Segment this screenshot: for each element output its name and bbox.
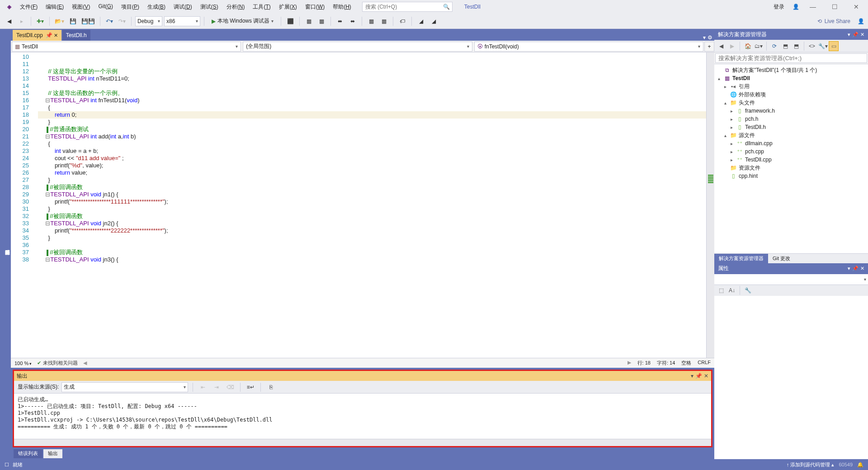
tree-dllmain.cpp[interactable]: ▸⁺⁺dllmain.cpp bbox=[714, 139, 868, 147]
menu-分析[interactable]: 分析(N) bbox=[223, 1, 249, 13]
menu-文件[interactable]: 文件(F) bbox=[16, 1, 41, 13]
zoom-combo[interactable]: 100 % bbox=[14, 361, 32, 366]
menu-工具[interactable]: 工具(T) bbox=[249, 1, 274, 13]
breadcrumb-scope[interactable]: (全局范围) bbox=[243, 42, 472, 52]
prop-close-icon[interactable]: ✕ bbox=[860, 266, 864, 271]
tree-framework.h[interactable]: ▸▯framework.h bbox=[714, 107, 868, 115]
tree-资源文件[interactable]: 📁资源文件 bbox=[714, 164, 868, 172]
toolbar-btn-8[interactable]: 🏷 bbox=[397, 16, 408, 27]
code-editor[interactable]: 1011121314151617181920212223242526272829… bbox=[11, 52, 714, 358]
output-dropdown-icon[interactable]: ▾ bbox=[691, 373, 693, 379]
maximize-button[interactable]: ☐ bbox=[826, 1, 843, 12]
tree-pch.cpp[interactable]: ▸⁺⁺pch.cpp bbox=[714, 147, 868, 156]
tab-overflow-icon[interactable]: ▾ bbox=[703, 34, 706, 41]
tab-git-changes[interactable]: Git 更改 bbox=[768, 254, 795, 263]
toolbar-btn-3[interactable]: ▦ bbox=[316, 16, 327, 27]
output-goto-next[interactable]: ⇥ bbox=[211, 382, 222, 393]
se-code-icon[interactable]: <> bbox=[807, 41, 817, 51]
tree-头文件[interactable]: ▴📁头文件 bbox=[714, 99, 868, 107]
solution-tree[interactable]: ⧉解决方案"TestDll"(1 个项目/共 1 个)▴▦TestDll▸▪◂引… bbox=[714, 64, 868, 253]
properties-combo[interactable] bbox=[714, 274, 868, 285]
notifications-icon[interactable]: 🔔 bbox=[857, 462, 863, 468]
tab-error-list[interactable]: 错误列表 bbox=[14, 449, 42, 458]
search-input[interactable] bbox=[365, 4, 443, 10]
output-body[interactable]: 已启动生成… 1>------ 已启动生成: 项目: TestDll, 配置: … bbox=[14, 394, 711, 439]
prop-pin-icon[interactable]: 📌 bbox=[852, 266, 859, 271]
close-button[interactable]: ✕ bbox=[848, 1, 864, 12]
toolbar-btn-6[interactable]: ▦ bbox=[366, 16, 377, 27]
editor-scrollbar[interactable] bbox=[706, 52, 714, 358]
toolbar-btn-5[interactable]: ⬌ bbox=[347, 16, 358, 27]
save-all-button[interactable]: 💾💾 bbox=[80, 16, 96, 27]
menu-项目[interactable]: 项目(P) bbox=[118, 1, 143, 13]
tree-外部依赖项[interactable]: 🌐外部依赖项 bbox=[714, 90, 868, 99]
tab-output[interactable]: 输出 bbox=[43, 449, 62, 458]
tree-TestDll.h[interactable]: ▸▯TestDll.h bbox=[714, 123, 868, 131]
prop-dropdown-icon[interactable]: ▾ bbox=[848, 266, 850, 271]
tree-cpp.hint[interactable]: ▯cpp.hint bbox=[714, 172, 868, 180]
prop-categorized-icon[interactable]: ⬚ bbox=[716, 285, 726, 295]
toolbar-btn-1[interactable]: ⬛ bbox=[285, 16, 296, 27]
minimize-button[interactable]: — bbox=[805, 1, 821, 12]
menu-Git[interactable]: Git(G) bbox=[94, 1, 117, 13]
breadcrumb-project[interactable]: ▦ TestDll bbox=[12, 42, 241, 52]
code-area[interactable]: // 这是导出变量的一个示例 TESTDLL_API int nTestD11=… bbox=[38, 52, 706, 358]
output-goto-source[interactable]: ⎘ bbox=[265, 382, 276, 393]
output-clear[interactable]: ⌫ bbox=[225, 382, 236, 393]
se-back-icon[interactable]: ◀ bbox=[716, 41, 726, 51]
solution-explorer-search[interactable] bbox=[714, 52, 868, 64]
output-hscrollbar[interactable] bbox=[14, 439, 711, 446]
prop-alphabetical-icon[interactable]: A↓ bbox=[727, 285, 737, 295]
nav-forward-button[interactable]: ▸ bbox=[16, 16, 27, 27]
new-project-button[interactable]: ✚▾ bbox=[35, 16, 46, 27]
panel-dropdown-icon[interactable]: ▾ bbox=[848, 32, 850, 38]
redo-button[interactable]: ↷▾ bbox=[117, 16, 127, 27]
tree-TestDll[interactable]: ▴▦TestDll bbox=[714, 74, 868, 82]
se-showall-icon[interactable]: ⬒ bbox=[791, 41, 801, 51]
output-goto-prev[interactable]: ⇤ bbox=[198, 382, 208, 393]
indent-type[interactable]: 空格 bbox=[681, 360, 691, 366]
breadcrumb-add-button[interactable]: + bbox=[704, 42, 714, 52]
panel-close-icon[interactable]: ✕ bbox=[860, 32, 864, 38]
menu-视图[interactable]: 视图(V) bbox=[68, 1, 94, 13]
toolbar-btn-7[interactable]: ▦ bbox=[378, 16, 389, 27]
toolbar-btn-4[interactable]: ⬌ bbox=[335, 16, 345, 27]
se-collapse-icon[interactable]: ⬒ bbox=[780, 41, 790, 51]
output-close-icon[interactable]: ✕ bbox=[704, 373, 708, 379]
search-box[interactable]: 🔍 bbox=[362, 2, 453, 12]
tab-solution-explorer[interactable]: 解决方案资源管理器 bbox=[714, 254, 768, 263]
se-fwd-icon[interactable]: ▶ bbox=[727, 41, 737, 51]
se-switch-icon[interactable]: 🗂▾ bbox=[754, 41, 764, 51]
start-debug-button[interactable]: ▶ 本地 Windows 调试器 ▾ bbox=[208, 16, 277, 27]
tree-源文件[interactable]: ▴📁源文件 bbox=[714, 131, 868, 139]
save-button[interactable]: 💾 bbox=[67, 16, 78, 27]
pin-icon[interactable]: 📌 bbox=[46, 32, 51, 38]
menu-测试[interactable]: 测试(S) bbox=[197, 1, 222, 13]
open-button[interactable]: 📂▾ bbox=[53, 16, 66, 27]
tree-解决方案"TestDll"(1 个项目/共 1 个)[interactable]: ⧉解决方案"TestDll"(1 个项目/共 1 个) bbox=[714, 66, 868, 74]
menu-编辑[interactable]: 编辑(E) bbox=[42, 1, 67, 13]
se-preview-icon[interactable]: ▭ bbox=[829, 41, 839, 51]
tab-gear-icon[interactable]: ⚙ bbox=[708, 34, 712, 41]
output-pin-icon[interactable]: 📌 bbox=[695, 373, 702, 379]
toolbar-btn-2[interactable]: ▦ bbox=[303, 16, 314, 27]
solution-name-label[interactable]: TestDll bbox=[462, 3, 483, 11]
tab-testdll-cpp[interactable]: TestDll.cpp 📌 ✕ bbox=[13, 30, 61, 41]
menu-扩展[interactable]: 扩展(X) bbox=[275, 1, 301, 13]
menu-帮助[interactable]: 帮助(H) bbox=[329, 1, 355, 13]
close-icon[interactable]: ✕ bbox=[54, 33, 58, 38]
undo-button[interactable]: ↶▾ bbox=[104, 16, 115, 27]
panel-pin-icon[interactable]: 📌 bbox=[852, 32, 859, 38]
tab-testdll-h[interactable]: TestDll.h bbox=[62, 30, 90, 41]
feedback-icon[interactable]: 👤 bbox=[858, 18, 864, 24]
se-sync-icon[interactable]: ⟳ bbox=[769, 41, 779, 51]
platform-combo[interactable]: x86 bbox=[164, 16, 200, 26]
login-button[interactable]: 登录 bbox=[771, 2, 787, 12]
menu-窗口[interactable]: 窗口(W) bbox=[302, 1, 328, 13]
breadcrumb-member[interactable]: ⦿ fnTestDll(void) bbox=[474, 42, 703, 52]
menu-调试[interactable]: 调试(D) bbox=[170, 1, 196, 13]
user-icon[interactable]: 👤 bbox=[793, 4, 799, 10]
tree-pch.h[interactable]: ▸▯pch.h bbox=[714, 115, 868, 123]
source-control-status[interactable]: ↑ 添加到源代码管理 ▴ bbox=[787, 461, 835, 468]
menu-生成[interactable]: 生成(B) bbox=[144, 1, 169, 13]
